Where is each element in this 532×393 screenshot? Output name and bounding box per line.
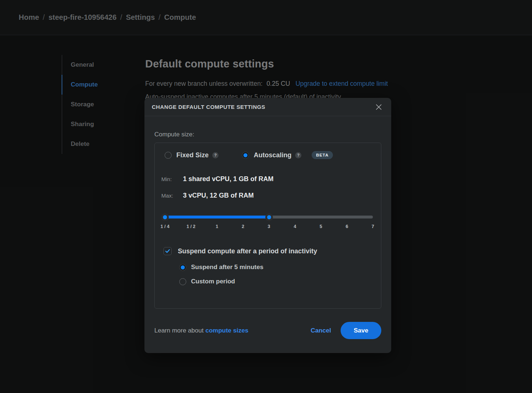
suspend-checkbox[interactable] [164,247,172,255]
compute-options-box: Fixed Size ? Autoscaling ? BETA Min: 1 s… [154,143,381,309]
autoscaling-help-icon[interactable]: ? [295,152,301,158]
fixed-size-radio[interactable] [165,152,172,159]
min-value: 1 shared vCPU, 1 GB of RAM [183,175,274,183]
min-label: Min: [161,176,183,182]
slider-tick-label: 7 [372,224,374,229]
size-mode-radio-group: Fixed Size ? Autoscaling ? BETA [165,151,374,159]
slider-tick-labels: 1 / 4 1 / 2 1 2 3 4 5 6 7 [165,224,373,230]
modal-header: CHANGE DEFAULT COMPUTE SETTINGS [144,98,391,116]
max-value: 3 vCPU, 12 GB of RAM [183,192,254,199]
app-root: Home / steep-fire-10956426 / Settings / … [0,0,532,393]
fixed-size-help-icon[interactable]: ? [212,152,219,158]
slider-fill [165,216,269,218]
compute-size-slider: 1 / 4 1 / 2 1 2 3 4 5 6 7 [165,213,373,230]
slider-tick-label: 2 [242,224,244,229]
slider-tick-label: 4 [294,224,296,229]
close-icon[interactable] [374,102,384,112]
slider-tick-label: 1 / 4 [161,224,169,229]
slider-tick-label: 5 [320,224,322,229]
save-button[interactable]: Save [341,322,381,339]
modal-footer: Learn more aboutcompute sizes Cancel Sav… [144,322,391,339]
suspend-5min-row: Suspend after 5 minutes [179,263,374,271]
slider-tick-label: 6 [346,224,348,229]
min-compute-row: Min: 1 shared vCPU, 1 GB of RAM [161,175,374,185]
custom-period-label[interactable]: Custom period [191,278,235,285]
suspend-5min-label[interactable]: Suspend after 5 minutes [191,264,263,271]
learn-more-prefix: Learn more about [154,327,203,334]
compute-size-label: Compute size: [154,131,381,138]
custom-period-radio[interactable] [179,278,186,285]
slider-max-handle[interactable] [265,213,273,221]
modal-title: CHANGE DEFAULT COMPUTE SETTINGS [152,104,265,110]
beta-badge: BETA [312,151,333,159]
change-compute-settings-modal: CHANGE DEFAULT COMPUTE SETTINGS Compute … [144,98,391,353]
suspend-5min-radio[interactable] [179,264,186,271]
slider-tick-label: 1 / 2 [187,224,195,229]
max-compute-row: Max: 3 vCPU, 12 GB of RAM [161,192,374,201]
slider-min-handle[interactable] [161,213,169,221]
modal-body: Compute size: Fixed Size ? Autoscaling ?… [144,116,391,309]
suspend-checkbox-row: Suspend compute after a period of inacti… [164,247,374,255]
cancel-button[interactable]: Cancel [311,327,331,334]
fixed-size-label[interactable]: Fixed Size [176,151,209,159]
compute-sizes-link[interactable]: compute sizes [205,327,248,334]
autoscaling-label[interactable]: Autoscaling [254,151,291,159]
slider-tick-label: 1 [216,224,218,229]
slider-tick-label: 3 [268,224,270,229]
suspend-checkbox-label[interactable]: Suspend compute after a period of inacti… [178,247,317,255]
custom-period-row: Custom period [179,278,374,286]
autoscaling-radio[interactable] [242,152,249,159]
max-label: Max: [161,192,183,199]
learn-more-text: Learn more aboutcompute sizes [154,327,248,334]
